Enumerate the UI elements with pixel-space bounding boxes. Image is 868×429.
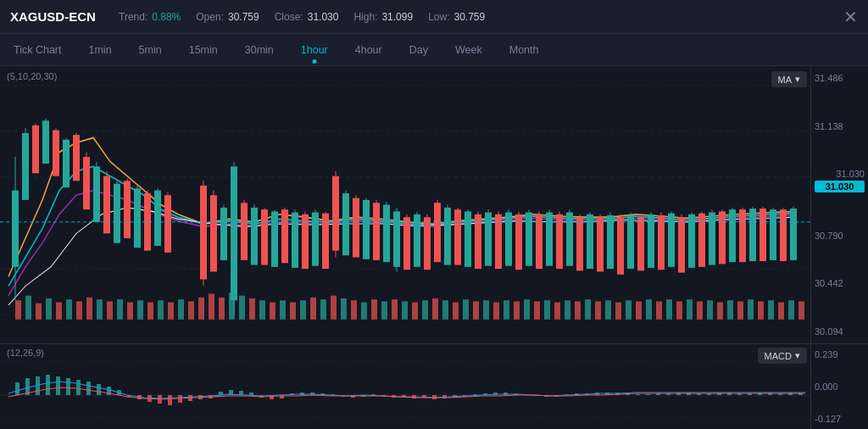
- svg-rect-230: [758, 301, 764, 319]
- svg-rect-123: [627, 215, 634, 269]
- svg-rect-191: [361, 303, 367, 320]
- svg-rect-113: [576, 217, 583, 270]
- svg-rect-234: [798, 301, 804, 319]
- svg-rect-228: [737, 301, 743, 319]
- close-button[interactable]: ✕: [843, 8, 858, 25]
- tab-5min[interactable]: 5min: [125, 34, 175, 65]
- tab-30min[interactable]: 30min: [231, 34, 287, 65]
- close-stat: Close: 31.030: [275, 11, 339, 23]
- svg-rect-89: [454, 209, 461, 265]
- svg-rect-91: [465, 211, 471, 266]
- svg-rect-261: [249, 393, 253, 395]
- trend-label: Trend:: [119, 11, 147, 23]
- svg-rect-155: [790, 209, 797, 260]
- svg-rect-83: [424, 217, 431, 270]
- svg-rect-165: [97, 299, 103, 320]
- svg-rect-212: [575, 301, 581, 319]
- trend-stat: Trend: 0.88%: [119, 11, 181, 23]
- svg-rect-57: [292, 213, 298, 268]
- open-value: 30.759: [228, 11, 259, 23]
- ma-indicator-label: (5,10,20,30): [7, 71, 57, 81]
- svg-rect-21: [83, 157, 90, 209]
- tab-tick-chart[interactable]: Tick Chart: [0, 34, 75, 65]
- svg-rect-215: [605, 300, 611, 320]
- tab-1min[interactable]: 1min: [75, 34, 125, 65]
- svg-rect-202: [473, 301, 479, 319]
- tab-1hour[interactable]: 1hour: [287, 34, 342, 65]
- svg-rect-160: [46, 298, 52, 320]
- svg-rect-223: [687, 299, 693, 320]
- svg-rect-117: [597, 217, 604, 271]
- svg-rect-213: [585, 299, 591, 320]
- app-container: XAGUSD-ECN Trend: 0.88% Open: 30.759 Clo…: [0, 0, 868, 429]
- price-level-3: 31.030: [815, 169, 865, 179]
- svg-rect-168: [127, 303, 133, 320]
- svg-rect-181: [259, 300, 265, 320]
- svg-rect-145: [739, 209, 746, 262]
- price-level-6: 30.094: [815, 326, 865, 337]
- svg-rect-43: [220, 208, 227, 260]
- tab-week[interactable]: Week: [442, 34, 496, 65]
- svg-rect-180: [249, 298, 255, 320]
- svg-rect-143: [729, 209, 736, 262]
- svg-rect-210: [554, 303, 560, 320]
- svg-rect-242: [56, 376, 60, 395]
- tab-day[interactable]: Day: [396, 34, 442, 65]
- svg-rect-199: [442, 300, 448, 320]
- svg-rect-141: [719, 211, 726, 264]
- svg-rect-169: [137, 300, 143, 320]
- svg-rect-167: [117, 299, 123, 320]
- svg-rect-197: [422, 300, 428, 320]
- price-level-1: 31.486: [815, 73, 865, 83]
- svg-rect-127: [648, 214, 654, 268]
- tab-4hour[interactable]: 4hour: [342, 34, 396, 65]
- svg-rect-179: [239, 296, 245, 320]
- open-label: Open:: [196, 11, 224, 23]
- svg-rect-67: [342, 193, 349, 255]
- svg-rect-99: [505, 213, 512, 266]
- svg-rect-243: [66, 378, 70, 395]
- macd-button[interactable]: MACD ▾: [758, 348, 807, 364]
- symbol: XAGUSD-ECN: [10, 9, 103, 24]
- price-level-5: 30.442: [815, 278, 865, 288]
- svg-rect-178: [229, 292, 235, 320]
- tab-month[interactable]: Month: [496, 34, 553, 65]
- svg-rect-147: [749, 209, 756, 261]
- svg-rect-205: [504, 300, 509, 320]
- svg-rect-131: [668, 214, 675, 267]
- svg-rect-253: [168, 395, 172, 405]
- svg-rect-79: [403, 217, 410, 270]
- svg-rect-73: [373, 203, 380, 260]
- svg-rect-29: [124, 181, 131, 238]
- svg-rect-105: [536, 214, 542, 269]
- ma-button[interactable]: MA ▾: [771, 71, 808, 87]
- svg-rect-159: [36, 304, 42, 320]
- svg-rect-161: [56, 303, 62, 320]
- svg-rect-107: [546, 213, 553, 266]
- svg-rect-176: [209, 293, 214, 319]
- tab-15min[interactable]: 15min: [175, 34, 231, 65]
- close-value: 31.030: [308, 11, 339, 23]
- svg-rect-111: [566, 213, 573, 266]
- svg-rect-182: [270, 303, 275, 320]
- svg-rect-184: [290, 303, 296, 320]
- svg-rect-246: [97, 384, 101, 395]
- svg-rect-238: [15, 382, 19, 395]
- svg-rect-47: [241, 203, 248, 260]
- chart-area: (5,10,20,30) MA ▾ 31.486 31.138 31.030 3…: [0, 66, 868, 429]
- svg-rect-245: [86, 382, 91, 395]
- svg-rect-162: [66, 299, 72, 320]
- svg-rect-17: [63, 140, 70, 187]
- svg-rect-101: [515, 214, 522, 270]
- svg-rect-13: [42, 120, 49, 164]
- svg-rect-9: [22, 133, 29, 200]
- svg-rect-175: [198, 298, 204, 320]
- svg-rect-97: [495, 214, 502, 269]
- svg-rect-163: [76, 301, 82, 319]
- svg-rect-75: [383, 205, 390, 263]
- tabbar: Tick Chart 1min 5min 15min 30min 1hour 4…: [0, 34, 868, 66]
- svg-rect-217: [626, 300, 632, 320]
- svg-rect-232: [778, 303, 784, 320]
- svg-rect-209: [544, 300, 550, 320]
- svg-rect-224: [697, 301, 703, 319]
